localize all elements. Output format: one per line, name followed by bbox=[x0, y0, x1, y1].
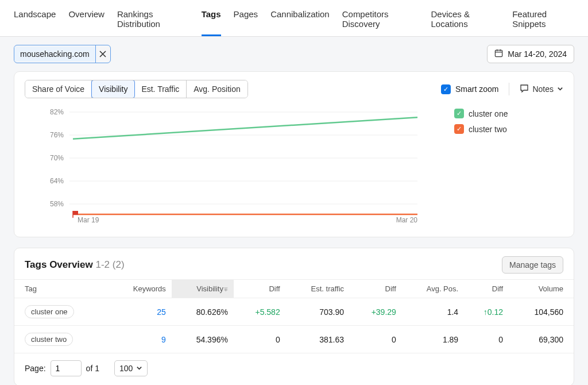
chevron-down-icon bbox=[136, 364, 142, 373]
tab-devices-locations[interactable]: Devices & Locations bbox=[431, 6, 500, 36]
col-avg-pos[interactable]: Avg. Pos. bbox=[402, 280, 464, 298]
col-visibility[interactable]: Visibility∓ bbox=[172, 280, 234, 298]
tab-overview[interactable]: Overview bbox=[68, 6, 105, 36]
page-of-label: of 1 bbox=[86, 364, 99, 373]
col-pos-diff[interactable]: Diff bbox=[464, 280, 509, 298]
segment-avg-position[interactable]: Avg. Position bbox=[187, 80, 247, 98]
checkmark-icon: ✓ bbox=[441, 84, 451, 94]
smart-zoom-label: Smart zoom bbox=[455, 84, 498, 94]
tab-tags[interactable]: Tags bbox=[202, 6, 221, 36]
keywords-link[interactable]: 9 bbox=[161, 335, 166, 344]
legend-item-cluster-two[interactable]: ✓ cluster two bbox=[454, 124, 563, 134]
svg-text:82%: 82% bbox=[50, 108, 64, 116]
date-range-label: Mar 14-20, 2024 bbox=[508, 49, 567, 59]
svg-text:Mar 20: Mar 20 bbox=[396, 216, 418, 224]
smart-zoom-toggle[interactable]: ✓ Smart zoom bbox=[441, 84, 498, 94]
tab-competitors-discovery[interactable]: Competitors Discovery bbox=[342, 6, 419, 36]
segment-visibility[interactable]: Visibility bbox=[91, 80, 135, 98]
svg-rect-0 bbox=[496, 50, 502, 56]
close-icon[interactable] bbox=[95, 45, 110, 63]
page-label: Page: bbox=[25, 364, 46, 373]
table-title-text: Tags Overview bbox=[25, 259, 93, 270]
visibility-cell: 54.396% bbox=[172, 326, 234, 353]
svg-text:Mar 19: Mar 19 bbox=[78, 216, 99, 224]
svg-rect-16 bbox=[73, 211, 78, 215]
checkmark-icon: ✓ bbox=[454, 109, 464, 118]
table-row: cluster two954.396%0381.6301.89069,300 bbox=[14, 326, 574, 353]
col-tag[interactable]: Tag bbox=[14, 280, 108, 298]
notes-button[interactable]: Notes bbox=[520, 84, 563, 95]
legend-item-cluster-one[interactable]: ✓ cluster one bbox=[454, 109, 563, 118]
pos-diff-cell: ↑0.12 bbox=[464, 298, 509, 326]
svg-text:64%: 64% bbox=[50, 177, 64, 185]
tab-pages[interactable]: Pages bbox=[234, 6, 258, 36]
page-size-value: 100 bbox=[119, 364, 133, 373]
col-visibility-diff[interactable]: Diff bbox=[234, 280, 286, 298]
svg-text:76%: 76% bbox=[50, 131, 64, 139]
est-traffic-cell: 381.63 bbox=[286, 326, 350, 353]
tab-rankings-distribution[interactable]: Rankings Distribution bbox=[117, 6, 189, 36]
table-count: 1-2 (2) bbox=[95, 259, 124, 270]
chart-header: Share of VoiceVisibilityEst. TrafficAvg.… bbox=[14, 72, 574, 98]
svg-line-14 bbox=[73, 117, 417, 138]
manage-tags-button[interactable]: Manage tags bbox=[502, 256, 563, 274]
visibility-cell: 80.626% bbox=[172, 298, 234, 326]
note-icon bbox=[520, 84, 529, 95]
checkmark-icon: ✓ bbox=[454, 124, 464, 134]
chart-body: 82% 76% 70% 64% 58% bbox=[14, 98, 574, 237]
col-keywords[interactable]: Keywords bbox=[108, 280, 172, 298]
volume-cell: 69,300 bbox=[509, 326, 574, 353]
legend-label: cluster one bbox=[469, 109, 508, 118]
col-est-traffic[interactable]: Est. traffic bbox=[286, 280, 350, 298]
segment-est-traffic[interactable]: Est. Traffic bbox=[134, 80, 187, 98]
visibility-diff-cell: 0 bbox=[234, 326, 286, 353]
tab-featured-snippets[interactable]: Featured Snippets bbox=[512, 6, 574, 36]
metric-segmented-control: Share of VoiceVisibilityEst. TrafficAvg.… bbox=[25, 80, 248, 98]
pos-diff-cell: 0 bbox=[464, 326, 509, 353]
page-size-select[interactable]: 100 bbox=[114, 360, 148, 376]
legend-label: cluster two bbox=[469, 125, 507, 134]
col-volume[interactable]: Volume bbox=[509, 280, 574, 298]
filter-bar: mousehacking.com Mar 14-20, 2024 bbox=[0, 37, 588, 71]
svg-text:70%: 70% bbox=[50, 154, 64, 162]
domain-chip-text: mousehacking.com bbox=[14, 47, 95, 61]
tag-pill[interactable]: cluster one bbox=[25, 305, 74, 318]
traffic-diff-cell: +39.29 bbox=[350, 298, 402, 326]
page-input[interactable] bbox=[51, 360, 82, 376]
avg-pos-cell: 1.89 bbox=[402, 326, 464, 353]
segment-share-of-voice[interactable]: Share of Voice bbox=[25, 80, 92, 98]
table-header-row: Tag Keywords Visibility∓ Diff Est. traff… bbox=[14, 280, 574, 298]
traffic-diff-cell: 0 bbox=[350, 326, 402, 353]
col-traffic-diff[interactable]: Diff bbox=[350, 280, 402, 298]
top-tabs: LandscapeOverviewRankings DistributionTa… bbox=[0, 0, 588, 37]
visibility-chart-card: Share of VoiceVisibilityEst. TrafficAvg.… bbox=[14, 71, 574, 237]
tab-cannibalization[interactable]: Cannibalization bbox=[270, 6, 330, 36]
date-range-picker[interactable]: Mar 14-20, 2024 bbox=[487, 45, 574, 63]
volume-cell: 104,560 bbox=[509, 298, 574, 326]
tab-landscape[interactable]: Landscape bbox=[14, 6, 56, 36]
keywords-link[interactable]: 25 bbox=[157, 307, 166, 317]
tag-pill[interactable]: cluster two bbox=[25, 333, 73, 346]
visibility-diff-cell: +5.582 bbox=[234, 298, 286, 326]
tags-table: Tag Keywords Visibility∓ Diff Est. traff… bbox=[14, 279, 574, 353]
sort-desc-icon: ∓ bbox=[223, 286, 228, 292]
chart-legend: ✓ cluster one ✓ cluster two bbox=[454, 104, 563, 226]
notes-label: Notes bbox=[532, 84, 554, 94]
table-header: Tags Overview 1-2 (2) Manage tags bbox=[14, 248, 574, 279]
divider bbox=[509, 83, 509, 95]
svg-text:58%: 58% bbox=[50, 200, 64, 208]
chart-area[interactable]: 82% 76% 70% 64% 58% bbox=[25, 104, 443, 226]
tags-overview-card: Tags Overview 1-2 (2) Manage tags Tag Ke… bbox=[14, 248, 574, 385]
page-title: Tags Overview 1-2 (2) bbox=[25, 259, 125, 271]
chart-controls-right: ✓ Smart zoom Notes bbox=[441, 83, 563, 95]
calendar-icon bbox=[494, 49, 503, 59]
avg-pos-cell: 1.4 bbox=[402, 298, 464, 326]
line-chart: 82% 76% 70% 64% 58% bbox=[25, 104, 443, 225]
pagination: Page: of 1 100 bbox=[14, 353, 574, 385]
table-row: cluster one2580.626%+5.582703.90+39.291.… bbox=[14, 298, 574, 326]
chevron-down-icon bbox=[557, 84, 563, 94]
domain-chip: mousehacking.com bbox=[14, 45, 111, 63]
est-traffic-cell: 703.90 bbox=[286, 298, 350, 326]
